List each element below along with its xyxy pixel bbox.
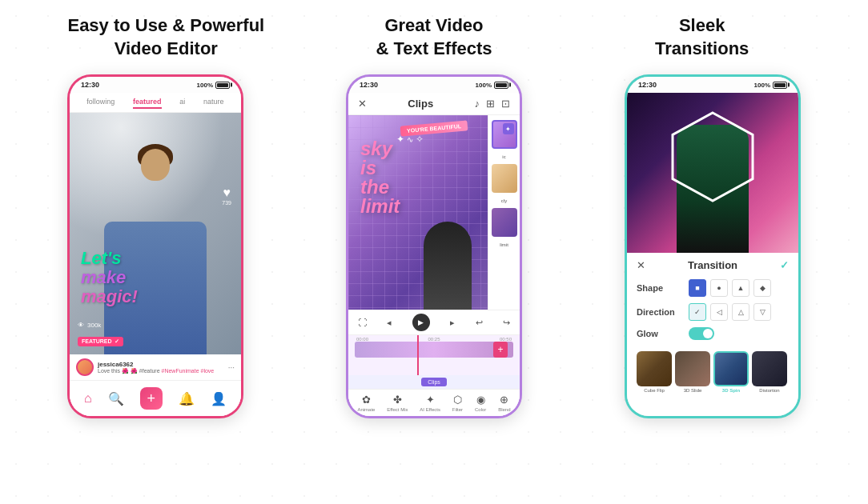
phone1-status-icons: 100% xyxy=(197,82,230,89)
header-col2: Great Video & Text Effects xyxy=(314,14,554,60)
header-title-2: Great Video & Text Effects xyxy=(314,14,554,60)
phone2-timeline[interactable]: + 00:00 00:25 00:50 xyxy=(348,335,520,375)
sidebar-thumb-cly[interactable] xyxy=(492,164,517,193)
shape-diamond-btn[interactable]: ◆ xyxy=(753,279,771,297)
export-icon[interactable]: ⊡ xyxy=(501,98,510,110)
direction-left-btn[interactable]: ◁ xyxy=(710,303,728,321)
phone1-magic-text: Let's make magic! xyxy=(81,249,138,307)
direction-label: Direction xyxy=(637,307,689,317)
person-head xyxy=(141,149,170,181)
direction-option-row: Direction ✓ ◁ △ ▽ xyxy=(637,303,789,321)
shape-triangle-btn[interactable]: ▲ xyxy=(732,279,749,297)
thumb-limit-label: limit xyxy=(500,242,508,247)
redo-icon[interactable]: ↪ xyxy=(503,318,510,328)
direction-up-btn[interactable]: △ xyxy=(732,303,749,321)
tool-color[interactable]: ◉ Color xyxy=(475,394,486,412)
thumb-3dspin-img xyxy=(713,351,749,386)
views-count: 300k xyxy=(87,322,101,329)
tool-ai-effects[interactable]: ✦ AI Effects xyxy=(420,394,440,412)
prev-icon[interactable]: ◂ xyxy=(387,318,392,328)
phone1-nav-nature[interactable]: nature xyxy=(203,98,224,109)
sparkle2-icon: ✧ xyxy=(416,134,424,145)
phone2-wrapper: 12:30 100% ✕ Clips ♪ ⊞ ⊡ xyxy=(346,74,522,418)
ai-effects-icon: ✦ xyxy=(426,394,435,406)
effect-mix-icon: ✤ xyxy=(393,394,402,406)
effect-mix-label: Effect Mix xyxy=(387,407,408,412)
panel-confirm-icon[interactable]: ✓ xyxy=(780,259,789,271)
direction-down-btn[interactable]: ▽ xyxy=(753,303,771,321)
animate-icon: ✿ xyxy=(362,394,371,406)
shape-square-btn[interactable]: ■ xyxy=(689,279,706,297)
phone2-clips-tabs: Clips xyxy=(348,375,520,389)
phone2-controls: ⛶ ◂ ▶ ▸ ↩ ↪ xyxy=(348,310,520,335)
glow-option-row: Glow xyxy=(637,327,789,340)
more-options-icon[interactable]: ··· xyxy=(228,363,235,372)
phone2-main-area: YOU'RE BEAUTIFUL skyisthelimit ✦ ∿ xyxy=(348,115,488,310)
phone3-status-icons: 100% xyxy=(754,82,787,89)
profile-nav-icon[interactable]: 👤 xyxy=(211,391,227,406)
thumb-ic-label: ic xyxy=(502,154,505,159)
phone2: 12:30 100% ✕ Clips ♪ ⊞ ⊡ xyxy=(346,74,522,418)
sidebar-thumb-limit[interactable] xyxy=(492,208,517,237)
featured-badge-text: FEATURED xyxy=(82,338,112,344)
phone2-close-icon[interactable]: ✕ xyxy=(358,98,367,110)
color-icon: ◉ xyxy=(476,394,485,406)
timeline-time-labels: 00:00 00:25 00:50 xyxy=(348,335,520,342)
eye-icon: 👁 xyxy=(78,322,84,329)
phone2-time: 12:30 xyxy=(360,81,378,89)
create-button[interactable]: + xyxy=(140,387,163,410)
header-col3: Sleek Transitions xyxy=(582,14,822,60)
home-nav-icon[interactable]: ⌂ xyxy=(84,391,92,406)
phone3-battery-icon xyxy=(773,82,787,89)
phone1-username[interactable]: jessica6362 xyxy=(98,361,224,368)
play-button[interactable]: ▶ xyxy=(412,314,430,331)
phone1-nav-ai[interactable]: ai xyxy=(179,98,185,109)
glow-toggle[interactable] xyxy=(689,327,714,340)
next-icon[interactable]: ▸ xyxy=(450,318,455,328)
layers-icon[interactable]: ⊞ xyxy=(486,98,495,110)
tool-effect-mix[interactable]: ✤ Effect Mix xyxy=(387,394,408,412)
tool-animate[interactable]: ✿ Animate xyxy=(357,394,375,412)
shape-option-row: Shape ■ ● ▲ ◆ xyxy=(637,279,789,297)
sidebar-thumb-ic[interactable]: ✦ xyxy=(492,120,517,149)
phone1-content: following featured ai nature xyxy=(70,93,241,416)
selected-check-icon: ✦ xyxy=(503,123,514,134)
phone3: 12:30 100% xyxy=(625,74,801,418)
phone1-nav-featured[interactable]: featured xyxy=(133,98,162,109)
phone1-nav-following[interactable]: following xyxy=(86,98,115,109)
phone1-likes-panel: ♥ 739 xyxy=(222,186,231,206)
hex-svg xyxy=(665,109,761,205)
phone1-bottom-nav: ⌂ 🔍 + 🔔 👤 xyxy=(70,380,241,416)
like-button[interactable]: ♥ 739 xyxy=(222,186,231,206)
filter-icon: ⬡ xyxy=(453,394,462,406)
tool-filter[interactable]: ⬡ Filter xyxy=(452,394,463,412)
sticker-decorations: ✦ ∿ ✧ xyxy=(396,131,424,149)
thumb-cube-flip[interactable]: Cube Flip xyxy=(637,351,672,393)
thumb-distortion[interactable]: Distortion xyxy=(752,351,787,393)
panel-close-icon[interactable]: ✕ xyxy=(637,259,645,271)
phone1: 12:30 100% following featured ai nature xyxy=(67,74,243,418)
phone3-video xyxy=(627,93,798,253)
phone2-canvas: YOU'RE BEAUTIFUL skyisthelimit ✦ ∿ xyxy=(348,115,520,310)
timeline-cursor xyxy=(417,335,419,375)
toggle-knob xyxy=(703,329,713,338)
search-nav-icon[interactable]: 🔍 xyxy=(108,391,124,406)
magic-lets: Let's xyxy=(81,249,138,268)
direction-check-btn[interactable]: ✓ xyxy=(689,303,706,321)
clips-tab-active[interactable]: Clips xyxy=(421,378,447,386)
thumb-3d-slide[interactable]: 3D Slide xyxy=(675,351,710,393)
thumb-3d-spin[interactable]: 3D Spin xyxy=(713,351,749,393)
svg-marker-0 xyxy=(673,113,753,201)
undo-icon[interactable]: ↩ xyxy=(476,318,483,328)
shape-circle-btn[interactable]: ● xyxy=(710,279,728,297)
verified-icon: ✓ xyxy=(115,338,119,345)
phone1-user-row: jessica6362 Love this 🌺 🌺 #feature #NewF… xyxy=(70,354,241,380)
tool-blend[interactable]: ⊕ Blend xyxy=(498,394,510,412)
expand-icon[interactable]: ⛶ xyxy=(358,318,367,327)
phone3-battery-text: 100% xyxy=(754,82,770,89)
sparkle-icon: ✦ xyxy=(396,134,404,145)
music-icon[interactable]: ♪ xyxy=(474,98,480,110)
notifications-nav-icon[interactable]: 🔔 xyxy=(179,391,195,406)
timeline-add-btn[interactable]: + xyxy=(493,342,508,358)
phone1-avatar xyxy=(76,358,94,376)
